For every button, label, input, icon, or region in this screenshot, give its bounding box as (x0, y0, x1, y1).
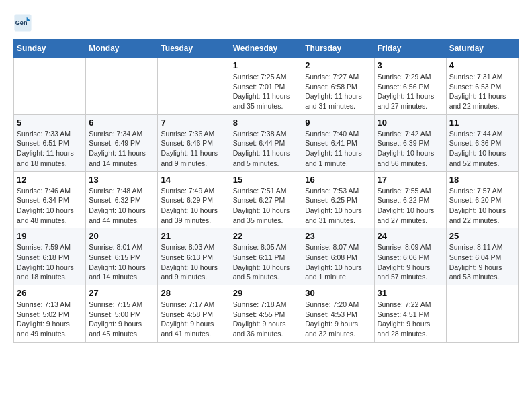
weekday-header-tuesday: Tuesday (158, 40, 230, 58)
calendar-cell: 31Sunrise: 7:22 AM Sunset: 4:51 PM Dayli… (374, 285, 446, 342)
day-info: Sunrise: 7:38 AM Sunset: 6:44 PM Dayligh… (233, 129, 300, 169)
day-number: 30 (305, 288, 371, 298)
day-number: 14 (161, 175, 226, 185)
day-number: 2 (305, 60, 371, 71)
day-info: Sunrise: 8:01 AM Sunset: 6:15 PM Dayligh… (89, 242, 154, 282)
day-number: 27 (89, 288, 154, 298)
calendar-cell: 28Sunrise: 7:17 AM Sunset: 4:58 PM Dayli… (158, 285, 230, 342)
day-info: Sunrise: 7:18 AM Sunset: 4:55 PM Dayligh… (233, 300, 300, 339)
day-number: 21 (161, 231, 226, 241)
calendar-week-row: 1Sunrise: 7:25 AM Sunset: 7:01 PM Daylig… (14, 58, 519, 115)
day-number: 24 (378, 231, 443, 241)
day-number: 17 (378, 175, 443, 185)
day-number: 26 (17, 288, 83, 298)
weekday-header-wednesday: Wednesday (230, 40, 302, 58)
day-number: 11 (449, 118, 515, 128)
calendar-cell: 10Sunrise: 7:42 AM Sunset: 6:39 PM Dayli… (374, 114, 446, 171)
calendar-week-row: 19Sunrise: 7:59 AM Sunset: 6:18 PM Dayli… (14, 228, 519, 285)
calendar-table: SundayMondayTuesdayWednesdayThursdayFrid… (13, 39, 519, 342)
day-info: Sunrise: 7:27 AM Sunset: 6:58 PM Dayligh… (305, 72, 371, 111)
day-info: Sunrise: 7:22 AM Sunset: 4:51 PM Dayligh… (378, 300, 443, 339)
calendar-cell: 18Sunrise: 7:57 AM Sunset: 6:20 PM Dayli… (446, 171, 518, 228)
day-info: Sunrise: 8:07 AM Sunset: 6:08 PM Dayligh… (305, 242, 371, 282)
calendar-cell: 16Sunrise: 7:53 AM Sunset: 6:25 PM Dayli… (302, 171, 374, 228)
day-info: Sunrise: 7:42 AM Sunset: 6:39 PM Dayligh… (378, 129, 443, 169)
day-number: 22 (233, 231, 300, 241)
day-number: 19 (17, 231, 83, 241)
day-number: 9 (305, 118, 371, 128)
calendar-cell: 2Sunrise: 7:27 AM Sunset: 6:58 PM Daylig… (302, 58, 374, 115)
day-info: Sunrise: 7:40 AM Sunset: 6:41 PM Dayligh… (305, 129, 371, 169)
day-info: Sunrise: 7:48 AM Sunset: 6:32 PM Dayligh… (89, 186, 154, 226)
day-info: Sunrise: 7:59 AM Sunset: 6:18 PM Dayligh… (17, 242, 83, 282)
day-info: Sunrise: 7:53 AM Sunset: 6:25 PM Dayligh… (305, 186, 371, 226)
day-number: 5 (17, 118, 83, 128)
calendar-cell: 5Sunrise: 7:33 AM Sunset: 6:51 PM Daylig… (14, 114, 86, 171)
day-number: 28 (161, 288, 226, 298)
day-number: 13 (89, 175, 154, 185)
calendar-cell: 15Sunrise: 7:51 AM Sunset: 6:27 PM Dayli… (230, 171, 302, 228)
calendar-cell: 24Sunrise: 8:09 AM Sunset: 6:06 PM Dayli… (374, 228, 446, 285)
day-info: Sunrise: 7:55 AM Sunset: 6:22 PM Dayligh… (378, 186, 443, 226)
calendar-cell: 7Sunrise: 7:36 AM Sunset: 6:46 PM Daylig… (158, 114, 230, 171)
day-info: Sunrise: 7:36 AM Sunset: 6:46 PM Dayligh… (161, 129, 226, 169)
calendar-cell (158, 58, 230, 115)
day-info: Sunrise: 7:20 AM Sunset: 4:53 PM Dayligh… (305, 300, 371, 339)
weekday-header-saturday: Saturday (446, 40, 518, 58)
day-number: 15 (233, 175, 300, 185)
day-info: Sunrise: 8:05 AM Sunset: 6:11 PM Dayligh… (233, 242, 300, 282)
calendar-cell: 27Sunrise: 7:15 AM Sunset: 5:00 PM Dayli… (86, 285, 158, 342)
calendar-cell: 14Sunrise: 7:49 AM Sunset: 6:29 PM Dayli… (158, 171, 230, 228)
calendar-cell: 21Sunrise: 8:03 AM Sunset: 6:13 PM Dayli… (158, 228, 230, 285)
calendar-cell: 29Sunrise: 7:18 AM Sunset: 4:55 PM Dayli… (230, 285, 302, 342)
calendar-cell: 23Sunrise: 8:07 AM Sunset: 6:08 PM Dayli… (302, 228, 374, 285)
day-number: 18 (449, 175, 515, 185)
day-info: Sunrise: 7:51 AM Sunset: 6:27 PM Dayligh… (233, 186, 300, 226)
calendar-cell: 3Sunrise: 7:29 AM Sunset: 6:56 PM Daylig… (374, 58, 446, 115)
calendar-cell: 1Sunrise: 7:25 AM Sunset: 7:01 PM Daylig… (230, 58, 302, 115)
day-info: Sunrise: 7:57 AM Sunset: 6:20 PM Dayligh… (449, 186, 515, 226)
day-info: Sunrise: 7:44 AM Sunset: 6:36 PM Dayligh… (449, 129, 515, 169)
day-info: Sunrise: 7:17 AM Sunset: 4:58 PM Dayligh… (161, 300, 226, 339)
weekday-header-row: SundayMondayTuesdayWednesdayThursdayFrid… (14, 40, 519, 58)
day-info: Sunrise: 8:03 AM Sunset: 6:13 PM Dayligh… (161, 242, 226, 282)
calendar-cell: 26Sunrise: 7:13 AM Sunset: 5:02 PM Dayli… (14, 285, 86, 342)
calendar-cell: 19Sunrise: 7:59 AM Sunset: 6:18 PM Dayli… (14, 228, 86, 285)
calendar-cell: 8Sunrise: 7:38 AM Sunset: 6:44 PM Daylig… (230, 114, 302, 171)
day-info: Sunrise: 7:29 AM Sunset: 6:56 PM Dayligh… (378, 72, 443, 111)
day-number: 7 (161, 118, 226, 128)
day-number: 23 (305, 231, 371, 241)
day-number: 10 (378, 118, 443, 128)
logo: Gen (13, 13, 35, 32)
weekday-header-thursday: Thursday (302, 40, 374, 58)
day-info: Sunrise: 8:09 AM Sunset: 6:06 PM Dayligh… (378, 242, 443, 282)
calendar-cell: 20Sunrise: 8:01 AM Sunset: 6:15 PM Dayli… (86, 228, 158, 285)
day-info: Sunrise: 7:31 AM Sunset: 6:53 PM Dayligh… (449, 72, 515, 111)
calendar-cell: 9Sunrise: 7:40 AM Sunset: 6:41 PM Daylig… (302, 114, 374, 171)
day-number: 3 (378, 60, 443, 71)
calendar-week-row: 12Sunrise: 7:46 AM Sunset: 6:34 PM Dayli… (14, 171, 519, 228)
calendar-cell: 30Sunrise: 7:20 AM Sunset: 4:53 PM Dayli… (302, 285, 374, 342)
calendar-cell (86, 58, 158, 115)
calendar-cell: 11Sunrise: 7:44 AM Sunset: 6:36 PM Dayli… (446, 114, 518, 171)
calendar-cell: 17Sunrise: 7:55 AM Sunset: 6:22 PM Dayli… (374, 171, 446, 228)
calendar-header: SundayMondayTuesdayWednesdayThursdayFrid… (14, 40, 519, 58)
day-info: Sunrise: 8:11 AM Sunset: 6:04 PM Dayligh… (449, 242, 515, 282)
weekday-header-sunday: Sunday (14, 40, 86, 58)
calendar-cell: 6Sunrise: 7:34 AM Sunset: 6:49 PM Daylig… (86, 114, 158, 171)
day-number: 1 (233, 60, 300, 71)
day-info: Sunrise: 7:46 AM Sunset: 6:34 PM Dayligh… (17, 186, 83, 226)
calendar-cell: 4Sunrise: 7:31 AM Sunset: 6:53 PM Daylig… (446, 58, 518, 115)
day-number: 12 (17, 175, 83, 185)
weekday-header-monday: Monday (86, 40, 158, 58)
calendar-cell: 12Sunrise: 7:46 AM Sunset: 6:34 PM Dayli… (14, 171, 86, 228)
calendar-cell: 13Sunrise: 7:48 AM Sunset: 6:32 PM Dayli… (86, 171, 158, 228)
day-number: 16 (305, 175, 371, 185)
calendar-cell: 25Sunrise: 8:11 AM Sunset: 6:04 PM Dayli… (446, 228, 518, 285)
logo-icon: Gen (13, 13, 32, 32)
day-info: Sunrise: 7:15 AM Sunset: 5:00 PM Dayligh… (89, 300, 154, 339)
svg-text:Gen: Gen (15, 19, 28, 26)
calendar-cell (14, 58, 86, 115)
day-info: Sunrise: 7:25 AM Sunset: 7:01 PM Dayligh… (233, 72, 300, 111)
calendar-week-row: 26Sunrise: 7:13 AM Sunset: 5:02 PM Dayli… (14, 285, 519, 342)
